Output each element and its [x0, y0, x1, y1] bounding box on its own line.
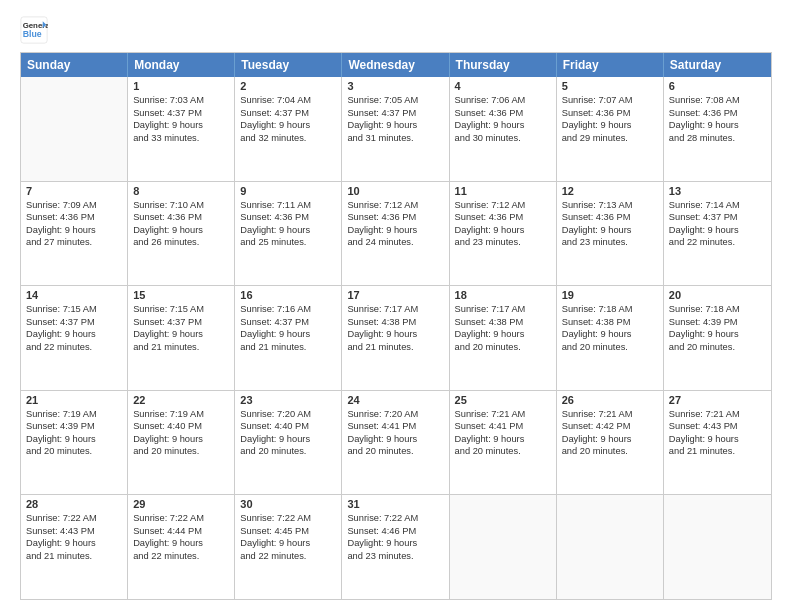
cell-line: Sunrise: 7:13 AM: [562, 199, 658, 212]
calendar-cell: 27Sunrise: 7:21 AMSunset: 4:43 PMDayligh…: [664, 391, 771, 495]
cell-line: Sunset: 4:39 PM: [26, 420, 122, 433]
cell-line: Sunset: 4:37 PM: [133, 107, 229, 120]
calendar-week: 14Sunrise: 7:15 AMSunset: 4:37 PMDayligh…: [21, 286, 771, 391]
day-number: 24: [347, 394, 443, 406]
day-number: 2: [240, 80, 336, 92]
day-number: 20: [669, 289, 766, 301]
cell-line: Daylight: 9 hours: [455, 224, 551, 237]
cell-line: and 32 minutes.: [240, 132, 336, 145]
cell-line: and 21 minutes.: [347, 341, 443, 354]
cell-line: Sunrise: 7:20 AM: [240, 408, 336, 421]
cell-line: and 21 minutes.: [133, 341, 229, 354]
svg-text:Blue: Blue: [23, 29, 42, 39]
calendar-header-cell: Sunday: [21, 53, 128, 77]
cell-line: Sunset: 4:46 PM: [347, 525, 443, 538]
calendar-cell: [450, 495, 557, 599]
calendar-week: 7Sunrise: 7:09 AMSunset: 4:36 PMDaylight…: [21, 182, 771, 287]
cell-line: Sunrise: 7:20 AM: [347, 408, 443, 421]
cell-line: Sunrise: 7:16 AM: [240, 303, 336, 316]
cell-line: Daylight: 9 hours: [669, 119, 766, 132]
calendar-cell: 23Sunrise: 7:20 AMSunset: 4:40 PMDayligh…: [235, 391, 342, 495]
cell-line: and 29 minutes.: [562, 132, 658, 145]
calendar-cell: 14Sunrise: 7:15 AMSunset: 4:37 PMDayligh…: [21, 286, 128, 390]
cell-line: Sunrise: 7:11 AM: [240, 199, 336, 212]
day-number: 3: [347, 80, 443, 92]
cell-line: Daylight: 9 hours: [562, 224, 658, 237]
cell-line: Sunset: 4:37 PM: [669, 211, 766, 224]
calendar-cell: 30Sunrise: 7:22 AMSunset: 4:45 PMDayligh…: [235, 495, 342, 599]
calendar-header-cell: Friday: [557, 53, 664, 77]
cell-line: Daylight: 9 hours: [240, 119, 336, 132]
day-number: 15: [133, 289, 229, 301]
cell-line: Sunset: 4:41 PM: [347, 420, 443, 433]
day-number: 25: [455, 394, 551, 406]
cell-line: Sunrise: 7:18 AM: [562, 303, 658, 316]
cell-line: Sunrise: 7:22 AM: [133, 512, 229, 525]
cell-line: and 21 minutes.: [240, 341, 336, 354]
cell-line: Sunset: 4:45 PM: [240, 525, 336, 538]
cell-line: Daylight: 9 hours: [26, 537, 122, 550]
cell-line: Daylight: 9 hours: [240, 537, 336, 550]
cell-line: Sunset: 4:44 PM: [133, 525, 229, 538]
cell-line: and 31 minutes.: [347, 132, 443, 145]
cell-line: and 20 minutes.: [455, 445, 551, 458]
calendar-body: 1Sunrise: 7:03 AMSunset: 4:37 PMDaylight…: [21, 77, 771, 599]
calendar: SundayMondayTuesdayWednesdayThursdayFrid…: [20, 52, 772, 600]
cell-line: Sunrise: 7:15 AM: [26, 303, 122, 316]
cell-line: and 20 minutes.: [562, 445, 658, 458]
cell-line: and 33 minutes.: [133, 132, 229, 145]
cell-line: Daylight: 9 hours: [455, 433, 551, 446]
calendar-cell: 17Sunrise: 7:17 AMSunset: 4:38 PMDayligh…: [342, 286, 449, 390]
cell-line: Sunset: 4:43 PM: [26, 525, 122, 538]
day-number: 19: [562, 289, 658, 301]
calendar-cell: 12Sunrise: 7:13 AMSunset: 4:36 PMDayligh…: [557, 182, 664, 286]
cell-line: Sunrise: 7:03 AM: [133, 94, 229, 107]
cell-line: Daylight: 9 hours: [133, 537, 229, 550]
cell-line: Sunrise: 7:22 AM: [347, 512, 443, 525]
cell-line: Sunrise: 7:17 AM: [455, 303, 551, 316]
calendar-cell: 31Sunrise: 7:22 AMSunset: 4:46 PMDayligh…: [342, 495, 449, 599]
calendar-cell: 21Sunrise: 7:19 AMSunset: 4:39 PMDayligh…: [21, 391, 128, 495]
day-number: 13: [669, 185, 766, 197]
cell-line: Sunset: 4:37 PM: [133, 316, 229, 329]
cell-line: Sunrise: 7:04 AM: [240, 94, 336, 107]
logo-icon: General Blue: [20, 16, 48, 44]
cell-line: Daylight: 9 hours: [455, 328, 551, 341]
cell-line: and 21 minutes.: [669, 445, 766, 458]
calendar-cell: 1Sunrise: 7:03 AMSunset: 4:37 PMDaylight…: [128, 77, 235, 181]
cell-line: Sunset: 4:36 PM: [26, 211, 122, 224]
calendar-header-cell: Saturday: [664, 53, 771, 77]
calendar-week: 1Sunrise: 7:03 AMSunset: 4:37 PMDaylight…: [21, 77, 771, 182]
cell-line: Daylight: 9 hours: [26, 433, 122, 446]
cell-line: Sunset: 4:36 PM: [562, 107, 658, 120]
cell-line: and 20 minutes.: [347, 445, 443, 458]
cell-line: Sunrise: 7:21 AM: [562, 408, 658, 421]
cell-line: Daylight: 9 hours: [26, 328, 122, 341]
day-number: 21: [26, 394, 122, 406]
cell-line: Sunrise: 7:19 AM: [133, 408, 229, 421]
day-number: 28: [26, 498, 122, 510]
cell-line: and 20 minutes.: [240, 445, 336, 458]
cell-line: Sunrise: 7:22 AM: [26, 512, 122, 525]
day-number: 23: [240, 394, 336, 406]
cell-line: Daylight: 9 hours: [133, 119, 229, 132]
calendar-header-cell: Tuesday: [235, 53, 342, 77]
cell-line: Daylight: 9 hours: [347, 328, 443, 341]
cell-line: Sunset: 4:38 PM: [347, 316, 443, 329]
calendar-cell: [557, 495, 664, 599]
cell-line: Sunrise: 7:08 AM: [669, 94, 766, 107]
cell-line: Sunset: 4:42 PM: [562, 420, 658, 433]
cell-line: Sunset: 4:37 PM: [240, 316, 336, 329]
cell-line: Sunrise: 7:12 AM: [455, 199, 551, 212]
cell-line: Daylight: 9 hours: [562, 328, 658, 341]
day-number: 27: [669, 394, 766, 406]
cell-line: Sunset: 4:43 PM: [669, 420, 766, 433]
cell-line: Daylight: 9 hours: [669, 328, 766, 341]
calendar-header-cell: Wednesday: [342, 53, 449, 77]
header: General Blue: [20, 16, 772, 44]
cell-line: and 20 minutes.: [562, 341, 658, 354]
day-number: 11: [455, 185, 551, 197]
cell-line: Daylight: 9 hours: [669, 224, 766, 237]
cell-line: Daylight: 9 hours: [347, 537, 443, 550]
cell-line: Daylight: 9 hours: [26, 224, 122, 237]
